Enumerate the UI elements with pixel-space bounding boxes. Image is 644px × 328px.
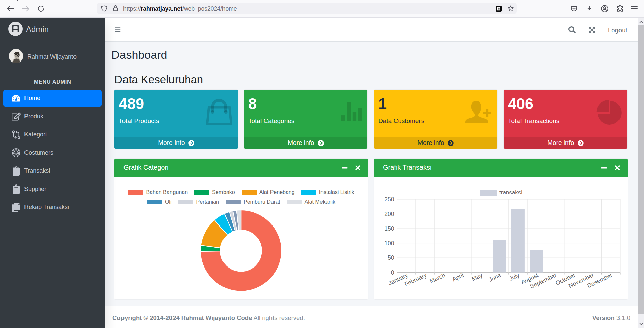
svg-text:0: 0 <box>391 269 394 276</box>
svg-text:200: 200 <box>384 211 394 217</box>
svg-text:April: April <box>451 272 465 283</box>
svg-text:July: July <box>508 272 521 282</box>
svg-text:250: 250 <box>384 196 394 203</box>
svg-text:150: 150 <box>384 225 394 232</box>
svg-text:May: May <box>470 272 484 282</box>
svg-text:100: 100 <box>384 240 394 247</box>
svg-text:June: June <box>488 272 502 283</box>
svg-text:50: 50 <box>388 254 394 261</box>
svg-text:March: March <box>429 272 446 285</box>
